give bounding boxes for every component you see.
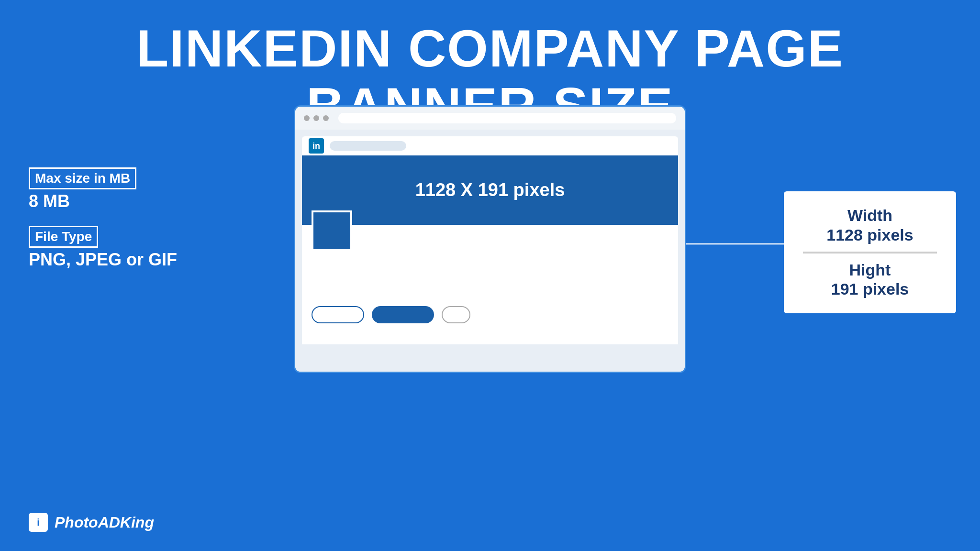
file-type-label: File Type: [35, 229, 92, 244]
brand: i PhotoADKing: [29, 513, 154, 532]
linkedin-page: in 1128 X 191 pixels: [295, 130, 685, 372]
brand-icon: i: [29, 513, 48, 532]
browser-dot-1: [304, 115, 310, 121]
action-buttons: [312, 306, 668, 323]
linkedin-profile-area: [302, 225, 678, 344]
max-size-label: Max size in MB: [35, 171, 130, 186]
file-type-label-box: File Type: [29, 226, 98, 248]
max-size-label-box: Max size in MB: [29, 167, 136, 189]
banner-dimension-text: 1128 X 191 pixels: [415, 180, 565, 200]
browser-topbar: [295, 107, 685, 130]
width-label: Width 1128 pixels: [803, 206, 937, 245]
title-line1: LINKEDIN COMPANY PAGE: [0, 19, 980, 77]
follow-button[interactable]: [312, 306, 364, 323]
profile-content-area: [312, 225, 668, 297]
dimension-divider: [803, 252, 937, 253]
profile-avatar: [312, 210, 352, 251]
left-info-panel: Max size in MB 8 MB File Type PNG, JPEG …: [29, 167, 177, 284]
linkedin-search-bar: [330, 141, 406, 151]
brand-name: PhotoADKing: [55, 514, 154, 531]
browser-dot-3: [323, 115, 329, 121]
more-button[interactable]: [442, 306, 470, 323]
file-type-value: PNG, JPEG or GIF: [29, 250, 177, 270]
browser-mockup: in 1128 X 191 pixels: [294, 105, 686, 373]
website-button[interactable]: [372, 306, 434, 323]
linkedin-logo: in: [309, 138, 324, 154]
browser-urlbar: [338, 113, 676, 123]
dimension-info-box: Width 1128 pixels Hight 191 pixels: [784, 191, 956, 313]
max-size-value: 8 MB: [29, 191, 177, 211]
linkedin-header-bar: in: [302, 136, 678, 155]
browser-dot-2: [313, 115, 319, 121]
linkedin-banner: 1128 X 191 pixels: [302, 155, 678, 225]
height-label: Hight 191 pixels: [803, 260, 937, 299]
